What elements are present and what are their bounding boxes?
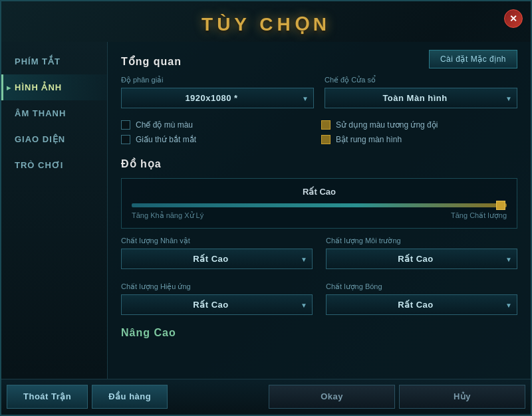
env-quality-group: Chất lượng Môi trường Rất Cao ▼ [326,237,517,276]
effect-quality-wrapper: Rất Cao ▼ [121,294,313,315]
resolution-label: Độ phân giải [121,76,314,84]
dropdowns-grid: Chất lượng Nhân vật Rất Cao ▼ Chất lượng… [121,237,517,322]
slider-track [132,203,507,207]
bottom-bar: Thoát Trận Đầu hàng Okay Hủy [1,379,531,413]
char-quality-wrapper: Rất Cao ▼ [121,249,313,269]
cancel-button[interactable]: Hủy [399,385,525,409]
right-checkboxes: Sử dụng màu tương ứng đội Bật rung màn h… [321,120,517,150]
nang-cao-header: Nâng Cao [121,327,517,339]
env-quality-select[interactable]: Rất Cao [326,249,517,269]
window-mode-select[interactable]: Toàn Màn hình [325,88,517,108]
resolution-window-row: Độ phân giải 1920x1080 * ▼ Chế độ Cửa sổ… [121,76,517,115]
screen-shake-label: Bật rung màn hình [336,135,402,144]
shadow-quality-label: Chất lượng Bóng [326,282,517,291]
resolution-group: Độ phân giải 1920x1080 * ▼ [121,76,314,115]
graphics-quality-label: Rất Cao [132,187,507,197]
thoat-tran-button[interactable]: Thoát Trận [7,385,88,409]
sidebar-item-hinh-anh[interactable]: HÌNH ẢNH [1,74,107,100]
colorblind-checkbox[interactable] [121,120,130,130]
slider-labels: Tăng Khả năng Xử Lý Tăng Chất lượng [132,211,507,220]
window-mode-dropdown-wrapper: Toàn Màn hình ▼ [325,88,517,108]
sidebar-item-phim-tat[interactable]: PHÍM TẮT [1,49,107,74]
env-quality-label: Chất lượng Môi trường [326,237,517,245]
shadow-quality-group: Chất lượng Bóng Rất Cao ▼ [326,282,517,322]
effect-quality-group: Chất lượng Hiệu ứng Rất Cao ▼ [121,282,313,322]
sidebar-item-tro-choi[interactable]: TRÒ CHƠI [1,152,107,178]
slider-right-label: Tăng Chất lượng [451,211,507,220]
okay-button[interactable]: Okay [269,385,395,409]
slider-left-label: Tăng Khả năng Xử Lý [132,211,203,220]
title-bar: TÙY CHỌN ✕ [1,1,531,42]
resolution-select[interactable]: 1920x1080 * [121,88,314,108]
effect-quality-label: Chất lượng Hiệu ứng [121,282,313,291]
window-title: TÙY CHỌN [201,14,331,35]
left-checkboxes: Chế độ mù màu Giấu thứ bắt mắt [121,120,317,150]
quality-slider[interactable] [132,203,507,207]
sidebar: PHÍM TẮT HÌNH ẢNH ÂM THANH GIAO DIỆN TRÒ… [1,42,108,379]
hide-distract-label: Giấu thứ bắt mắt [136,135,196,144]
do-hoa-header: Đồ họa [121,157,517,170]
main-window: TÙY CHỌN ✕ PHÍM TẮT HÌNH ẢNH ÂM THANH GI… [0,0,532,416]
char-quality-select[interactable]: Rất Cao [121,249,313,269]
dau-hang-button[interactable]: Đầu hàng [92,385,168,409]
colorblind-label: Chế độ mù màu [136,120,193,130]
sidebar-item-am-thanh[interactable]: ÂM THANH [1,100,107,126]
window-mode-group: Chế độ Cửa sổ Toàn Màn hình ▼ [325,76,517,115]
hide-distract-row: Giấu thứ bắt mắt [121,135,317,144]
char-quality-label: Chất lượng Nhân vật [121,237,313,245]
close-button[interactable]: ✕ [504,9,523,28]
resolution-dropdown-wrapper: 1920x1080 * ▼ [121,88,314,108]
hide-distract-checkbox[interactable] [121,135,130,144]
graphics-section: Rất Cao Tăng Khả năng Xử Lý Tăng Chất lư… [121,178,517,229]
screen-shake-checkbox[interactable] [321,135,331,144]
char-quality-group: Chất lượng Nhân vật Rất Cao ▼ [121,237,313,276]
screen-shake-row: Bật rung màn hình [321,135,517,144]
slider-thumb[interactable] [496,201,505,210]
team-color-checkbox[interactable] [321,120,331,130]
env-quality-wrapper: Rất Cao ▼ [326,249,517,269]
colorblind-row: Chế độ mù màu [121,120,317,130]
window-mode-label: Chế độ Cửa sổ [325,76,517,84]
content-area: Cài đặt Mặc định Tổng quan Độ phân giải … [108,42,531,379]
shadow-quality-select[interactable]: Rất Cao [326,294,517,315]
sidebar-item-giao-dien[interactable]: GIAO DIỆN [1,126,107,152]
checkboxes-row: Chế độ mù màu Giấu thứ bắt mắt Sử dụng m… [121,120,517,150]
default-settings-button[interactable]: Cài đặt Mặc định [429,50,517,68]
shadow-quality-wrapper: Rất Cao ▼ [326,294,517,315]
main-layout: PHÍM TẮT HÌNH ẢNH ÂM THANH GIAO DIỆN TRÒ… [1,42,531,379]
effect-quality-select[interactable]: Rất Cao [121,294,313,315]
team-color-row: Sử dụng màu tương ứng đội [321,120,517,130]
team-color-label: Sử dụng màu tương ứng đội [336,120,438,130]
